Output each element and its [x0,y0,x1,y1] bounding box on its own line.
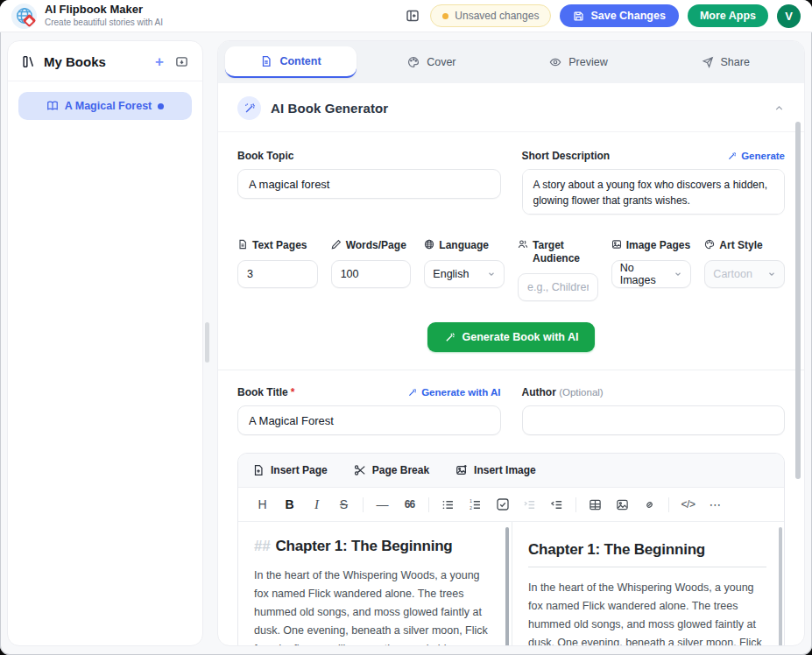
save-button-label: Save Changes [590,10,665,22]
generator-title: AI Book Generator [271,101,388,116]
app-window: AI Flipbook Maker Create beautiful stori… [0,0,812,655]
language-select[interactable]: English [424,260,505,288]
toolbar-divider [575,497,576,512]
insert-page-button[interactable]: Insert Page [252,464,328,476]
indent-button [516,495,543,514]
tab-content-label: Content [279,55,321,67]
sidebar-title: My Books [44,54,106,69]
editor-insert-bar: Insert Page Page Break Insert Image [238,454,784,488]
app-logo-icon [11,4,37,29]
bold-button[interactable]: B [276,495,303,514]
tab-preview[interactable]: Preview [507,46,651,78]
markdown-pane-scrollbar[interactable] [505,527,509,646]
table-button[interactable] [582,495,609,514]
add-book-button[interactable]: + [155,54,164,69]
art-style-label: Art Style [719,239,762,252]
page-break-button[interactable]: Page Break [354,464,429,476]
open-book-icon [46,100,59,112]
text-pages-input[interactable] [237,260,318,288]
palette-icon [704,239,715,250]
page-break-label: Page Break [372,464,429,476]
app-title-block: AI Flipbook Maker Create beautiful stori… [45,4,163,27]
app-header: AI Flipbook Maker Create beautiful stori… [0,0,812,32]
text-pages-field: Text Pages [237,239,318,288]
unsaved-label: Unsaved changes [455,10,539,22]
save-changes-button[interactable]: Save Changes [560,4,678,27]
short-description-textarea[interactable]: A story about a young fox who discovers … [522,169,786,215]
book-topic-input[interactable] [237,169,501,199]
file-plus-icon [252,464,265,476]
author-label: Author (Optional) [522,386,786,398]
more-apps-button[interactable]: More Apps [688,4,768,27]
code-button[interactable]: </> [674,495,702,514]
art-style-field: Art Style Cartoon [704,239,785,288]
file-icon [237,239,248,250]
author-optional-label: (Optional) [559,387,604,398]
book-title-input[interactable] [237,405,501,435]
markdown-editor-pane[interactable]: ##Chapter 1: The Beginning In the heart … [238,522,512,646]
tab-share[interactable]: Share [653,46,797,78]
sidebar-actions: + [155,54,188,69]
book-title-group: Book Title* Generate with AI [237,386,501,435]
palette-icon [407,56,420,68]
main-vertical-scrollbar[interactable] [795,122,801,479]
ordered-list-button[interactable]: 12 [462,495,489,514]
main-scroll-area: AI Book Generator Book Topic Sh [218,83,804,646]
words-per-page-input[interactable] [331,260,412,288]
globe-icon [424,239,434,250]
markdown-chapter-text: In the heart of the Whispering Woods, a … [254,567,492,646]
share-icon [702,56,714,68]
preview-chapter-text: In the heart of the Whispering Woods, a … [528,579,766,646]
chevron-up-icon[interactable] [773,102,785,114]
strikethrough-button[interactable]: S [330,495,357,514]
insert-image-button[interactable]: Insert Image [455,464,536,476]
heading-button[interactable]: H [249,495,276,514]
generator-options-row: Text Pages Words/Page Language [237,239,785,301]
task-list-button[interactable] [489,495,516,514]
status-badge: Unsaved changes [430,4,551,27]
tab-content[interactable]: Content [225,46,357,78]
sidebar-item-book[interactable]: A Magical Forest [18,92,192,120]
generate-title-link[interactable]: Generate with AI [407,387,500,398]
generate-book-button[interactable]: Generate Book with AI [427,322,596,352]
sidebar-resize-handle[interactable] [205,322,209,363]
link-button[interactable] [636,495,663,514]
book-title-label: A Magical Forest [65,100,152,112]
sidebar: My Books + A Magical Forest [7,40,203,646]
author-input[interactable] [522,405,786,435]
blockquote-button[interactable]: 66 [396,495,423,514]
unsaved-dot-icon [442,13,448,19]
target-audience-input[interactable] [518,273,598,301]
insert-page-label: Insert Page [271,464,328,476]
svg-text:2: 2 [470,505,472,510]
generate-description-link[interactable]: Generate [727,151,785,161]
italic-button[interactable]: I [303,495,330,514]
target-audience-field: Target Audience [518,239,598,301]
toolbar-divider [668,497,669,512]
panel-toggle-icon[interactable] [404,7,421,25]
unsaved-book-dot-icon [158,103,164,109]
short-description-label: Short Description [522,150,611,162]
avatar[interactable]: V [777,4,801,28]
more-options-button[interactable]: ⋯ [702,495,729,514]
tab-share-label: Share [721,56,750,68]
language-field: Language English [424,239,505,288]
words-per-page-label: Words/Page [346,239,406,252]
language-label: Language [439,239,489,252]
image-pages-field: Image Pages No Images [611,239,692,288]
editor-card: Insert Page Page Break Insert Image [237,453,785,646]
preview-chapter-heading: Chapter 1: The Beginning [528,541,766,567]
magic-wand-icon [444,332,455,343]
insert-image-toolbar-button[interactable] [609,495,636,514]
image-pages-select[interactable]: No Images [611,260,692,288]
sidebar-header: My Books + [8,41,202,81]
outdent-button[interactable] [543,495,570,514]
bullet-list-button[interactable] [434,495,462,514]
book-topic-group: Book Topic [237,150,501,218]
generator-section-header: AI Book Generator [218,83,804,132]
tab-cover[interactable]: Cover [360,46,504,78]
preview-pane-scrollbar[interactable] [779,527,782,646]
import-book-icon[interactable] [175,55,188,68]
horizontal-rule-button[interactable]: — [369,495,396,514]
chevron-down-icon [487,270,496,278]
